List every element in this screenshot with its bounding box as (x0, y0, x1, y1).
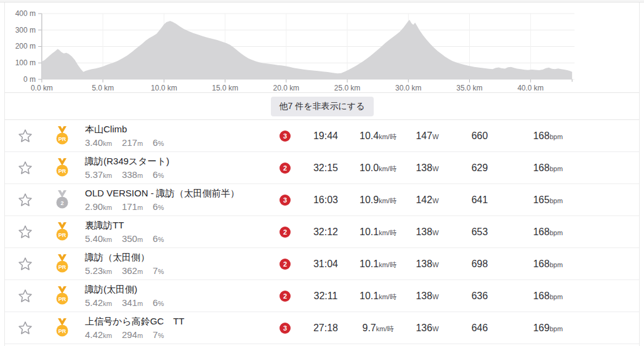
segment-speed: 10.1km/時 (347, 291, 409, 302)
segment-row: PR 上信号から高鈴GC TT 4.42km 294m 7% 3 27:18 9… (5, 312, 639, 344)
segment-power: 138W (409, 291, 446, 302)
svg-text:40.0 km: 40.0 km (517, 84, 544, 92)
segment-time: 32:15 (304, 163, 347, 174)
segment-row: PR 諏訪(太田側) 5.42km 341m 6% 2 32:11 10.1km… (5, 280, 639, 312)
segment-time: 19:44 (304, 131, 347, 142)
star-cell (5, 192, 46, 208)
medal-icon: PR (54, 222, 70, 241)
svg-text:20.0 km: 20.0 km (273, 84, 300, 92)
segment-name-link[interactable]: 諏訪(R349スタート) (85, 156, 266, 167)
segment-score: 629 (446, 163, 513, 174)
medal-cell: PR (46, 222, 79, 241)
segment-row: PR 諏訪（太田側） 5.23km 362m 7% 2 31:04 10.1km… (5, 248, 639, 280)
segment-grade: 7% (153, 329, 164, 340)
segment-stats: 4.42km 294m 7% (85, 329, 266, 340)
segment-distance: 2.90km (85, 201, 112, 212)
segment-time: 32:11 (304, 291, 347, 302)
segment-heartrate: 168bpm (513, 131, 582, 142)
star-icon[interactable] (17, 160, 33, 176)
svg-text:200 m: 200 m (15, 42, 36, 50)
segment-stats: 5.37km 338m 6% (85, 169, 266, 180)
segment-table: PR 本山Climb 3.40km 217m 6% 3 19:44 10.4km… (5, 120, 639, 344)
svg-text:100 m: 100 m (15, 58, 36, 67)
segment-elevation: 294m (122, 329, 143, 340)
category-badge: 3 (280, 195, 291, 206)
medal-icon: 2 (54, 190, 70, 209)
segment-stats: 2.90km 171m 6% (85, 201, 266, 212)
segment-elevation: 338m (122, 169, 143, 180)
hide-others-button[interactable]: 他7 件を非表示にする (271, 97, 374, 116)
star-cell (5, 320, 46, 336)
svg-text:400 m: 400 m (15, 9, 36, 18)
segment-elevation: 171m (122, 201, 143, 212)
segment-distance: 5.40km (85, 233, 112, 244)
star-icon[interactable] (17, 320, 33, 336)
segment-grade: 7% (153, 265, 164, 276)
segment-speed: 10.1km/時 (347, 259, 409, 270)
star-icon[interactable] (17, 256, 33, 272)
svg-text:10.0 km: 10.0 km (151, 84, 177, 92)
segment-stats: 5.23km 362m 7% (85, 265, 266, 276)
svg-text:0 m: 0 m (23, 75, 36, 84)
svg-text:PR: PR (58, 328, 66, 334)
segment-name-link[interactable]: 裏諏訪TT (85, 220, 266, 231)
segment-name-link[interactable]: OLD VERSION - 諏訪（太田側前半） (85, 188, 266, 199)
star-icon[interactable] (17, 288, 33, 304)
star-cell (5, 160, 46, 176)
star-cell (5, 256, 46, 272)
star-icon[interactable] (17, 224, 33, 240)
segment-info: 諏訪(R349スタート) 5.37km 338m 6% (79, 156, 266, 180)
medal-icon: PR (54, 158, 70, 177)
segment-row: PR 諏訪(R349スタート) 5.37km 338m 6% 2 32:15 1… (5, 152, 639, 184)
segment-name-link[interactable]: 上信号から高鈴GC TT (85, 316, 266, 327)
medal-cell: PR (46, 158, 79, 177)
segment-grade: 6% (153, 169, 164, 180)
segment-elevation: 362m (122, 265, 143, 276)
medal-cell: PR (46, 318, 79, 337)
segment-score: 660 (446, 131, 513, 142)
star-cell (5, 288, 46, 304)
star-icon[interactable] (17, 128, 33, 144)
segment-power: 142W (409, 195, 446, 206)
segment-power: 138W (409, 163, 446, 174)
segment-power: 136W (409, 323, 446, 334)
segment-time: 32:12 (304, 227, 347, 238)
medal-icon: PR (54, 318, 70, 337)
segment-row: PR 裏諏訪TT 5.40km 350m 6% 2 32:12 10.1km/時… (5, 216, 639, 248)
segment-speed: 10.4km/時 (347, 131, 409, 142)
category-cell: 2 (266, 162, 304, 174)
elevation-chart[interactable]: 400 m300 m200 m100 m0 m0.0 km5.0 km10.0 … (5, 2, 639, 93)
segment-time: 27:18 (304, 323, 347, 334)
segment-time: 31:04 (304, 259, 347, 270)
medal-icon: PR (54, 254, 70, 273)
svg-text:30.0 km: 30.0 km (395, 84, 422, 92)
segment-score: 646 (446, 323, 513, 334)
svg-text:2: 2 (60, 200, 63, 206)
segment-name-link[interactable]: 諏訪(太田側) (85, 284, 266, 295)
segment-grade: 6% (153, 233, 164, 244)
category-cell: 3 (266, 194, 304, 206)
segment-name-link[interactable]: 諏訪（太田側） (85, 252, 266, 263)
segment-elevation: 341m (122, 297, 143, 308)
category-badge: 2 (280, 291, 291, 302)
svg-text:0.0 km: 0.0 km (31, 84, 53, 92)
star-icon[interactable] (17, 192, 33, 208)
segment-stats: 3.40km 217m 6% (85, 137, 266, 148)
medal-cell: PR (46, 286, 79, 305)
segment-score: 636 (446, 291, 513, 302)
svg-text:35.0 km: 35.0 km (456, 84, 483, 92)
segment-stats: 5.40km 350m 6% (85, 233, 266, 244)
segment-speed: 9.7km/時 (347, 323, 409, 334)
medal-cell: 2 (46, 190, 79, 209)
segment-distance: 5.37km (85, 169, 112, 180)
segment-heartrate: 168bpm (513, 291, 582, 302)
segment-name-link[interactable]: 本山Climb (85, 124, 266, 135)
segment-info: 本山Climb 3.40km 217m 6% (79, 124, 266, 148)
segment-info: 裏諏訪TT 5.40km 350m 6% (79, 220, 266, 244)
segment-speed: 10.0km/時 (347, 163, 409, 174)
segment-info: OLD VERSION - 諏訪（太田側前半） 2.90km 171m 6% (79, 188, 266, 212)
svg-text:25.0 km: 25.0 km (334, 84, 361, 92)
category-cell: 2 (266, 290, 304, 302)
elevation-chart-svg[interactable]: 400 m300 m200 m100 m0 m0.0 km5.0 km10.0 … (5, 4, 639, 92)
svg-text:15.0 km: 15.0 km (212, 84, 238, 92)
